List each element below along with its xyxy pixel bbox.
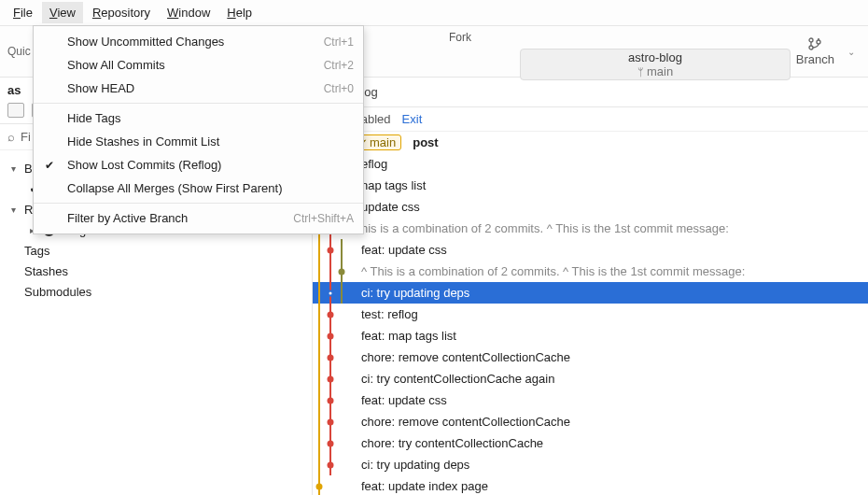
menu-help[interactable]: Help (219, 2, 259, 23)
repo-branch: ᛘ main (637, 64, 673, 78)
view-dropdown: Show Uncommitted ChangesCtrl+1Show All C… (33, 25, 364, 234)
commit-message: feat: map tags list (354, 329, 456, 343)
commit-message: ci: try contentCollectionCache again (354, 372, 554, 386)
new-branch-button[interactable]: Branch (796, 36, 834, 66)
branch-icon (807, 36, 822, 51)
commit-message: chore: remove contentCollectionCache (354, 415, 570, 429)
menu-view[interactable]: View (42, 2, 83, 23)
commit-message: feat: update css (354, 393, 447, 407)
svg-point-2 (817, 40, 820, 44)
menu-window[interactable]: Window (160, 2, 217, 23)
commit-row-head[interactable]: ✔main post (313, 132, 868, 153)
commit-row[interactable]: ci: try updating deps (313, 282, 868, 304)
commit-message: nap tags list (354, 178, 426, 192)
uncommitted-icon[interactable] (7, 103, 24, 118)
chevron-down-icon[interactable]: ⌄ (847, 47, 855, 57)
menu-file[interactable]: File (6, 2, 40, 23)
commit-row[interactable]: feat: update css (313, 389, 868, 411)
commit-message: his is a combination of 2 commits. ^ Thi… (354, 221, 729, 235)
commit-message: test: reflog (354, 307, 418, 321)
menu-item[interactable]: Hide Tags (34, 106, 363, 130)
commit-row[interactable]: eflog (313, 153, 868, 175)
commit-row[interactable]: nap tags list (313, 175, 868, 196)
commit-row[interactable]: ^ This is a combination of 2 commits. ^ … (313, 261, 868, 282)
commit-row[interactable]: his is a combination of 2 commits. ^ Thi… (313, 218, 868, 239)
exit-link[interactable]: Exit (402, 112, 423, 126)
commit-list: ✔main post eflognap tags listupdate cssh… (313, 132, 868, 495)
menu-item[interactable]: Hide Stashes in Commit List (34, 130, 363, 153)
commit-message: chore: remove contentCollectionCache (354, 350, 570, 364)
main-panel: astro-blog ode enabled Exit ✔main post e… (313, 78, 868, 495)
commit-row[interactable]: ci: try contentCollectionCache again (313, 368, 868, 389)
commit-message: feat: update index page (354, 479, 488, 493)
app-title: Fork (449, 31, 471, 44)
menu-item[interactable]: Filter by Active BranchCtrl+Shift+A (34, 206, 363, 230)
commit-row[interactable]: chore: try contentCollectionCache (313, 432, 868, 454)
svg-point-1 (809, 46, 813, 50)
commit-row[interactable]: chore: remove contentCollectionCache (313, 346, 868, 368)
commit-message: feat: update css (354, 243, 447, 257)
commit-row[interactable]: test: reflog (313, 304, 868, 325)
mode-bar: ode enabled Exit (313, 107, 868, 132)
tabstrip: astro-blog (313, 78, 868, 107)
stashes-section[interactable]: Stashes (4, 261, 308, 281)
commit-message: ci: try updating deps (354, 286, 469, 300)
repo-name: astro-blog (628, 50, 682, 64)
menu-item[interactable]: Show Uncommitted ChangesCtrl+1 (34, 30, 363, 53)
search-icon: ⌕ (7, 130, 15, 144)
menu-item[interactable]: Show All CommitsCtrl+2 (34, 53, 363, 77)
sidebar-top-label: as (7, 83, 21, 97)
commit-row[interactable]: feat: update index page (313, 475, 868, 495)
menubar: File View Repository Window Help Show Un… (0, 0, 868, 26)
commit-row[interactable]: feat: map tags list (313, 325, 868, 346)
commit-row[interactable]: update css (313, 196, 868, 218)
commit-row[interactable]: chore: remove contentCollectionCache (313, 411, 868, 432)
menu-item[interactable]: Collapse All Merges (Show First Parent) (34, 177, 363, 200)
commit-message: ^ This is a combination of 2 commits. ^ … (354, 264, 745, 278)
commit-row[interactable]: feat: update css (313, 239, 868, 261)
menu-item[interactable]: Show HEADCtrl+0 (34, 77, 363, 100)
commit-row[interactable]: ci: try updating deps (313, 454, 868, 475)
submodules-section[interactable]: Submodules (4, 281, 308, 302)
menu-item[interactable]: ✔Show Lost Commits (Reflog) (34, 153, 363, 177)
repo-selector[interactable]: astro-blog ᛘ main (520, 49, 791, 80)
svg-point-0 (809, 38, 813, 42)
commit-message: ci: try updating deps (354, 458, 469, 472)
commit-message: chore: try contentCollectionCache (354, 436, 543, 450)
menu-repository[interactable]: Repository (85, 2, 158, 23)
tags-section[interactable]: Tags (4, 240, 308, 261)
